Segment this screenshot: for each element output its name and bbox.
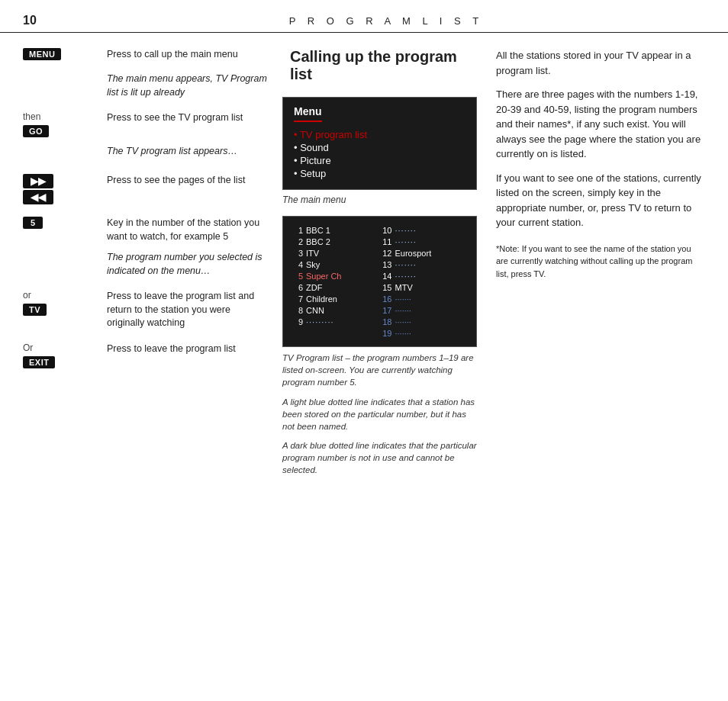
instr-menu-text: Press to call up the main menu [107,48,267,62]
rewind-button[interactable]: ◀◀ [23,190,53,204]
number-5-button[interactable]: 5 [23,217,43,229]
menu-button[interactable]: MENU [23,48,61,60]
instr-go-text: Press to see the TV program list [107,111,267,125]
instr-menu-italic: The main menu appears, TV Program list i… [23,72,267,99]
right-para2: There are three pages with the numbers 1… [496,87,705,162]
instr-menu-label: MENU [23,48,107,60]
instr-number-italic-text: The program number you selected is indic… [107,251,267,278]
instructions-column: MENU Press to call up the main menu The … [23,48,282,482]
instr-ffr: ▶▶ ◀◀ Press to see the pages of the list [23,174,267,204]
instr-menu: MENU Press to call up the main menu [23,48,267,65]
list-item: 17······· [380,304,469,316]
program-list-grid: 1BBC 1 2BBC 2 3ITV 4Sky 5Super Ch 6ZDF 7… [291,224,469,339]
list-item: 9········· [291,316,380,327]
or-label-2: Or [23,342,33,353]
program-list-left: 1BBC 1 2BBC 2 3ITV 4Sky 5Super Ch 6ZDF 7… [291,224,380,339]
fast-forward-button[interactable]: ▶▶ [23,174,53,188]
page-number: 10 [23,14,37,27]
instr-number-text: Key in the number of the station you wan… [107,217,267,243]
menu-screen-title: Menu [294,105,322,122]
list-item: 15MTV [380,281,469,293]
instr-go-italic-text: The TV program list appears… [107,145,267,159]
list-item-selected: 5Super Ch [291,270,380,281]
program-list-right: 10······· 11······· 12Eurosport 13······… [380,224,469,339]
instr-then-go: then GO Press to see the TV program list [23,111,267,137]
list-item: 3ITV [291,247,380,259]
instr-tv-text: Press to leave the program list and retu… [107,290,267,330]
prog-list-caption1: TV Program list – the program numbers 1–… [282,352,481,388]
go-button[interactable]: GO [23,125,49,137]
menu-screen: Menu • TV program list • Sound • Picture… [282,97,477,190]
list-item: 13······· [380,259,469,270]
instr-go-italic: The TV program list appears… [23,145,267,162]
instr-number: 5 Key in the number of the station you w… [23,217,267,243]
instr-exit-text: Press to leave the program list [107,342,267,356]
right-description: All the stations stored in your TV appea… [496,48,705,482]
page-header: 10 P R O G R A M L I S T [0,0,728,33]
list-item: 7Children [291,293,380,304]
page-title: P R O G R A M L I S T [67,15,705,27]
instr-or-exit: Or EXIT Press to leave the program list [23,342,267,368]
instr-or-tv: or TV Press to leave the program list an… [23,290,267,330]
list-item: 4Sky [291,259,380,270]
right-footnote: *Note: If you want to see the name of th… [496,243,705,281]
list-item: 11······· [380,236,469,247]
main-content: MENU Press to call up the main menu The … [0,33,728,497]
menu-item-setup: • Setup [294,167,465,180]
then-label: then [23,111,40,122]
list-item: 6ZDF [291,281,380,293]
list-item: 16······· [380,293,469,304]
instr-number-italic: The program number you selected is indic… [23,251,267,278]
list-item: 18······· [380,316,469,327]
list-item: 12Eurosport [380,247,469,259]
tv-button[interactable]: TV [23,304,47,316]
menu-screen-caption: The main menu [282,195,481,205]
menu-item-tv-program: • TV program list [294,128,465,141]
instr-menu-italic-text: The main menu appears, TV Program list i… [107,72,267,99]
screenshots-column: Calling up the program list Menu • TV pr… [282,48,496,482]
list-item: 10······· [380,224,469,236]
list-item: 2BBC 2 [291,236,380,247]
list-item: 14······· [380,270,469,281]
instr-ffr-text: Press to see the pages of the list [107,174,267,188]
list-item: 19······· [380,327,469,339]
program-list-screen: 1BBC 1 2BBC 2 3ITV 4Sky 5Super Ch 6ZDF 7… [282,216,477,347]
list-item: 1BBC 1 [291,224,380,236]
exit-button[interactable]: EXIT [23,356,55,368]
or-label-1: or [23,290,31,301]
section-heading: Calling up the program list [290,48,481,83]
prog-list-caption3: A dark blue dotted line indicates that t… [282,439,481,476]
menu-item-sound: • Sound [294,141,465,154]
right-para3: If you want to see one of the stations, … [496,171,705,230]
menu-item-picture: • Picture [294,154,465,167]
prog-list-caption2: A light blue dotted line indicates that … [282,396,481,432]
list-item: 8CNN [291,304,380,316]
right-para1: All the stations stored in your TV appea… [496,48,705,78]
